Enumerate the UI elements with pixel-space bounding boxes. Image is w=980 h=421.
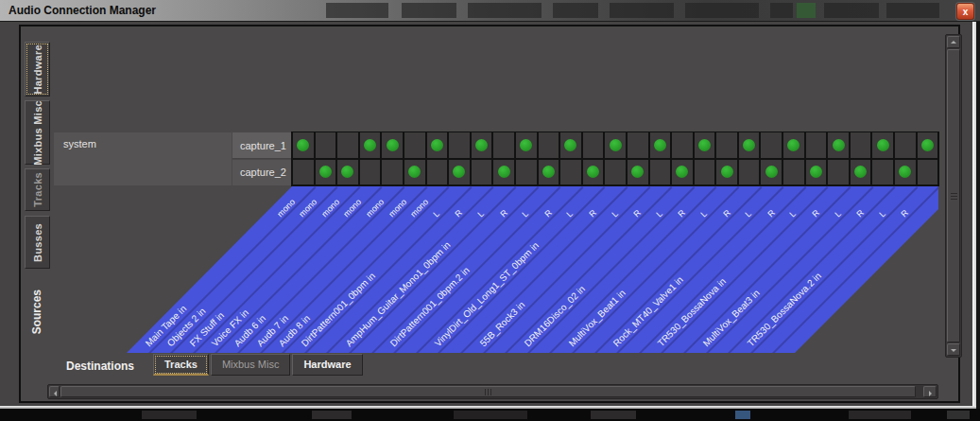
background-window-artifact (685, 3, 759, 18)
matrix-cell[interactable] (826, 132, 849, 160)
connection-dot (341, 166, 353, 178)
matrix-cell[interactable] (537, 160, 559, 187)
matrix-cell[interactable] (737, 132, 760, 160)
background-window-artifact (797, 3, 816, 18)
matrix-cell[interactable] (403, 132, 425, 160)
matrix-cell[interactable] (425, 160, 448, 187)
matrix-cell[interactable] (916, 132, 938, 160)
connection-dot (921, 139, 934, 151)
sources-tab-busses[interactable]: Busses (25, 216, 50, 269)
sources-tab-label: Mixbus Misc (32, 100, 43, 166)
matrix-cell[interactable] (559, 160, 581, 187)
scroll-down-button[interactable] (947, 343, 960, 356)
matrix-cell[interactable] (737, 160, 760, 187)
background-window-artifact (770, 3, 793, 18)
matrix-column (425, 132, 448, 186)
scroll-up-button[interactable] (947, 36, 960, 48)
vertical-scrollbar[interactable] (945, 34, 962, 358)
matrix-cell[interactable] (314, 132, 336, 160)
matrix-cell[interactable] (782, 160, 804, 187)
matrix-column (403, 132, 425, 186)
matrix-cell[interactable] (470, 132, 492, 160)
matrix-cell[interactable] (714, 132, 737, 160)
matrix-column (291, 132, 314, 186)
matrix-cell[interactable] (759, 160, 782, 187)
destinations-tab-hardware[interactable]: Hardware (292, 354, 362, 376)
matrix-cell[interactable] (893, 160, 916, 187)
matrix-cell[interactable] (335, 132, 358, 160)
matrix-column (648, 132, 671, 186)
sources-tab-mixbus-misc[interactable]: Mixbus Misc (25, 100, 50, 165)
matrix-cell[interactable] (380, 160, 403, 187)
matrix-cell[interactable] (626, 160, 648, 187)
matrix-cell[interactable] (670, 160, 693, 187)
matrix-cell[interactable] (870, 132, 893, 160)
matrix-cell[interactable] (291, 160, 314, 187)
matrix-cell[interactable] (893, 132, 916, 160)
dialog-titlebar[interactable]: Audio Connection Manager x (0, 0, 980, 22)
matrix-cell[interactable] (603, 132, 626, 160)
matrix-cell[interactable] (358, 160, 381, 187)
matrix-cell[interactable] (670, 132, 693, 160)
matrix-cell[interactable] (447, 132, 470, 160)
matrix-cell[interactable] (491, 132, 514, 160)
matrix-cell[interactable] (714, 160, 737, 187)
connection-dot (877, 139, 889, 151)
matrix-cell[interactable] (870, 160, 893, 187)
destinations-tab-tracks[interactable]: Tracks (153, 354, 209, 376)
matrix-cell[interactable] (447, 160, 470, 187)
scroll-right-button[interactable] (923, 386, 937, 397)
horizontal-scrollbar[interactable] (47, 384, 938, 399)
matrix-cell[interactable] (358, 132, 381, 160)
matrix-cell[interactable] (559, 132, 581, 160)
matrix-cell[interactable] (693, 160, 715, 187)
matrix-column (714, 132, 737, 186)
connection-dot (698, 139, 711, 151)
matrix-column (603, 132, 626, 186)
scroll-left-button[interactable] (49, 386, 60, 397)
sources-tab-hardware[interactable]: Hardware (25, 42, 50, 96)
matrix-cell[interactable] (335, 160, 358, 187)
connection-dot (587, 166, 599, 178)
matrix-cell[interactable] (514, 132, 537, 160)
matrix-cell[interactable] (603, 160, 626, 187)
matrix-cell[interactable] (782, 132, 804, 160)
matrix-cell[interactable] (849, 160, 871, 187)
connection-dot (654, 139, 666, 151)
matrix-cell[interactable] (514, 160, 537, 187)
connection-dot (631, 166, 644, 178)
sources-tab-label: Tracks (32, 172, 43, 207)
matrix-cell[interactable] (314, 160, 336, 187)
background-window-artifact (849, 411, 911, 419)
matrix-cell[interactable] (491, 160, 514, 187)
matrix-cell[interactable] (581, 160, 604, 187)
matrix-cell[interactable] (291, 132, 314, 160)
matrix-cell[interactable] (537, 132, 559, 160)
matrix-cell[interactable] (759, 132, 782, 160)
background-window-artifact (735, 411, 750, 419)
matrix-cell[interactable] (380, 132, 403, 160)
close-button[interactable]: x (956, 3, 974, 20)
matrix-cell[interactable] (804, 132, 827, 160)
matrix-cell[interactable] (849, 132, 871, 160)
matrix-column (447, 132, 470, 186)
matrix-cell[interactable] (403, 160, 425, 187)
destinations-tab-mixbus-misc[interactable]: Mixbus Misc (211, 354, 291, 376)
matrix-cell[interactable] (581, 132, 604, 160)
matrix-cell[interactable] (916, 160, 938, 187)
matrix-cell[interactable] (626, 132, 648, 160)
vertical-scroll-thumb[interactable] (947, 49, 960, 342)
matrix-cell[interactable] (470, 160, 492, 187)
matrix-column (737, 132, 760, 186)
sources-tab-tracks[interactable]: Tracks (25, 168, 50, 211)
connection-dot (387, 139, 399, 151)
matrix-cell[interactable] (804, 160, 827, 187)
horizontal-scroll-thumb[interactable] (60, 386, 916, 397)
sources-tab-label: Busses (32, 223, 43, 262)
matrix-cell[interactable] (425, 132, 448, 160)
connection-dot (765, 166, 778, 178)
matrix-cell[interactable] (826, 160, 849, 187)
matrix-cell[interactable] (693, 132, 715, 160)
matrix-cell[interactable] (648, 160, 671, 187)
matrix-cell[interactable] (648, 132, 671, 160)
